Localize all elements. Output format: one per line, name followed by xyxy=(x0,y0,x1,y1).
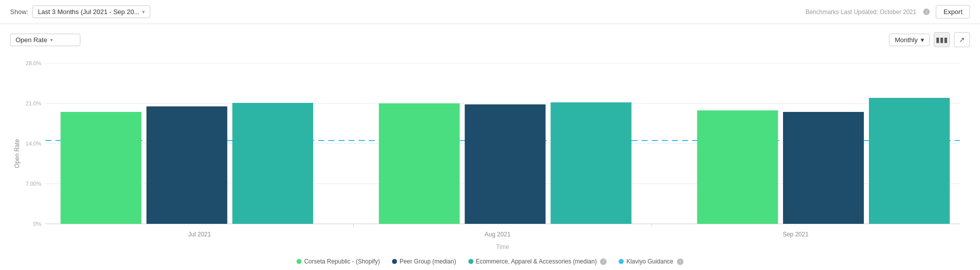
benchmark-info-icon[interactable]: i xyxy=(923,9,930,15)
svg-text:7.00%: 7.00% xyxy=(26,181,42,187)
jul-label: Jul 2021 xyxy=(188,231,211,238)
legend-item-peer: Peer Group (median) xyxy=(392,258,456,265)
corseta-dot xyxy=(297,259,302,264)
svg-text:28.0%: 28.0% xyxy=(26,60,42,66)
frequency-chevron-icon: ▾ xyxy=(921,36,924,44)
show-label: Show: xyxy=(10,8,28,16)
jul-ecommerce-bar xyxy=(232,103,313,224)
chart-toolbar: Open Rate ▾ Monthly ▾ ▮▮▮ ↗ xyxy=(10,32,970,47)
export-button[interactable]: Export xyxy=(936,5,970,19)
frequency-dropdown[interactable]: Monthly ▾ xyxy=(889,34,930,46)
benchmark-text: Benchmarks Last Updated: October 2021 xyxy=(806,9,917,16)
x-axis-label: Time xyxy=(496,243,510,250)
metric-value: Open Rate xyxy=(16,36,47,44)
top-right: Benchmarks Last Updated: October 2021 i … xyxy=(806,5,970,19)
line-chart-button[interactable]: ↗ xyxy=(954,32,970,47)
guidance-dot xyxy=(619,259,624,264)
sep-peer-bar xyxy=(783,112,864,224)
y-axis-label: Open Rate xyxy=(14,139,21,168)
aug-label: Aug 2021 xyxy=(484,231,511,238)
chart-svg: Open Rate 28.0% 21.0% 14.0% 7.00% 0% xyxy=(10,53,970,254)
legend: Corseta Republic - (Shopify) Peer Group … xyxy=(10,258,970,265)
guidance-info-icon[interactable]: i xyxy=(677,258,683,265)
metric-chevron-icon: ▾ xyxy=(50,37,53,43)
svg-text:14.0%: 14.0% xyxy=(26,141,42,147)
metric-dropdown[interactable]: Open Rate ▾ xyxy=(10,34,80,46)
guidance-label: Klaviyo Guidance xyxy=(626,258,673,265)
chart-container: Open Rate ▾ Monthly ▾ ▮▮▮ ↗ Open Rate 28… xyxy=(0,24,980,270)
peer-dot xyxy=(392,259,397,264)
corseta-label: Corseta Republic - (Shopify) xyxy=(304,258,380,265)
top-left: Show: Last 3 Months (Jul 2021 - Sep 20..… xyxy=(10,6,150,18)
chevron-down-icon: ▾ xyxy=(142,9,145,15)
svg-text:0%: 0% xyxy=(33,221,41,227)
aug-corseta-bar xyxy=(379,103,460,224)
sep-corseta-bar xyxy=(697,110,778,224)
line-chart-icon: ↗ xyxy=(959,36,965,44)
ecommerce-info-icon[interactable]: i xyxy=(600,258,607,265)
ecommerce-label: Ecommerce, Apparel & Accessories (median… xyxy=(476,258,597,265)
peer-label: Peer Group (median) xyxy=(400,258,456,265)
jul-peer-bar xyxy=(146,106,227,224)
chart-area: Open Rate 28.0% 21.0% 14.0% 7.00% 0% xyxy=(10,53,970,254)
aug-ecommerce-bar xyxy=(551,102,632,224)
ecommerce-dot xyxy=(468,259,473,264)
legend-item-ecommerce: Ecommerce, Apparel & Accessories (median… xyxy=(468,258,607,265)
chart-toolbar-right: Monthly ▾ ▮▮▮ ↗ xyxy=(889,32,970,47)
legend-item-corseta: Corseta Republic - (Shopify) xyxy=(297,258,380,265)
svg-text:21.0%: 21.0% xyxy=(26,100,42,106)
sep-label: Sep 2021 xyxy=(782,231,809,238)
aug-peer-bar xyxy=(465,104,546,224)
date-range-value: Last 3 Months (Jul 2021 - Sep 20... xyxy=(38,8,139,16)
jul-corseta-bar xyxy=(61,112,142,224)
top-bar: Show: Last 3 Months (Jul 2021 - Sep 20..… xyxy=(0,0,980,24)
frequency-value: Monthly xyxy=(895,36,918,44)
date-range-dropdown[interactable]: Last 3 Months (Jul 2021 - Sep 20... ▾ xyxy=(32,6,150,18)
legend-item-guidance: Klaviyo Guidance i xyxy=(619,258,683,265)
bar-chart-icon: ▮▮▮ xyxy=(936,36,948,44)
sep-ecommerce-bar xyxy=(869,98,950,224)
bar-chart-button[interactable]: ▮▮▮ xyxy=(934,32,950,47)
